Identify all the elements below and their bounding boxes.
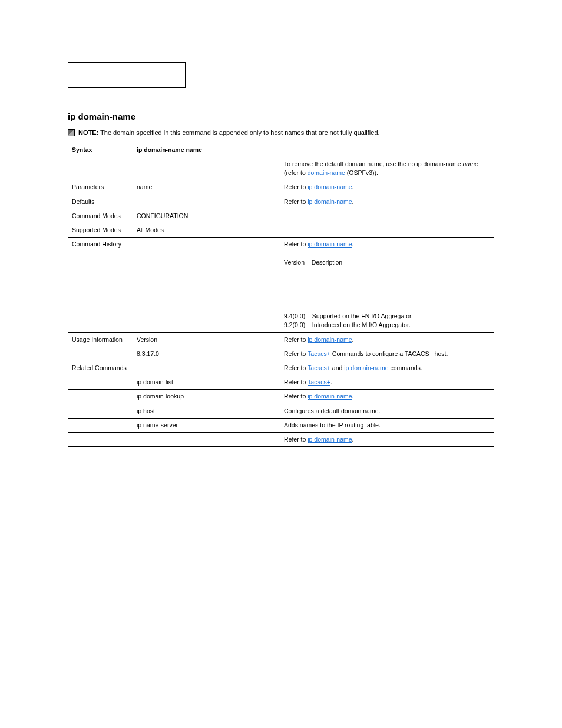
cell: Refer to ip domain-name. <box>280 332 494 347</box>
top-stub-table <box>68 62 186 88</box>
cell <box>68 347 133 361</box>
table-row: Refer to ip domain-name. <box>68 433 494 447</box>
text: and <box>330 364 344 371</box>
text: name <box>463 160 478 167</box>
table-row: Syntax ip domain-name name <box>68 143 494 157</box>
text: . <box>352 241 354 248</box>
header-cell: ip domain-name name <box>133 143 280 157</box>
cell: Supported Modes <box>68 223 133 238</box>
cell: Command Modes <box>68 209 133 223</box>
cross-ref-link[interactable]: Tacacs+ <box>308 350 330 357</box>
table-row: Related CommandsRefer to Tacacs+ and ip … <box>68 361 494 375</box>
table-row: 8.3.17.0Refer to Tacacs+ Commands to con… <box>68 347 494 361</box>
cell: Refer to Tacacs+ Commands to configure a… <box>280 347 494 361</box>
text: . <box>352 198 354 205</box>
cell <box>280 223 494 238</box>
cross-ref-link[interactable]: ip domain-name <box>308 198 352 205</box>
table-body: To remove the default domain name, use t… <box>68 157 494 447</box>
cell <box>68 63 81 75</box>
text: . <box>330 378 332 386</box>
cell: ip host <box>133 404 280 418</box>
cross-ref-link[interactable]: Tacacs+ <box>308 378 330 386</box>
note-body: The domain specified in this command is … <box>100 129 380 136</box>
text: Refer to <box>284 436 308 443</box>
text: Refer to <box>284 183 308 190</box>
cell: Refer to ip domain-name. <box>280 195 494 209</box>
text: Commands to configure a TACACS+ host. <box>330 350 448 357</box>
text: Refer to <box>284 336 308 343</box>
cross-ref-link[interactable]: ip domain-name <box>344 364 388 371</box>
cell: name <box>133 180 280 195</box>
text: Refer to <box>284 364 308 371</box>
table-row: DefaultsRefer to ip domain-name. <box>68 195 494 209</box>
table-row: ip hostConfigures a default domain name. <box>68 404 494 418</box>
text: . <box>352 183 354 190</box>
cell: 8.3.17.0 <box>133 347 280 361</box>
cell: Refer to ip domain-name. <box>280 180 494 195</box>
cell: Configures a default domain name. <box>280 404 494 418</box>
section-heading: ip domain-name <box>68 111 494 123</box>
table-row: Command HistoryRefer to ip domain-name. … <box>68 238 494 332</box>
cross-ref-link[interactable]: ip domain-name <box>308 183 352 190</box>
note-text: NOTE: The domain specified in this comma… <box>78 129 380 137</box>
cell <box>133 157 280 180</box>
cell: All Modes <box>133 223 280 238</box>
divider <box>68 95 494 95</box>
extra-block: Version Description 9.4(0.0) Supported o… <box>284 249 490 330</box>
cell <box>133 433 280 447</box>
cell: Command History <box>68 238 133 332</box>
table-row: Usage InformationVersionRefer to ip doma… <box>68 332 494 347</box>
cross-ref-link[interactable]: ip domain-name <box>308 336 352 343</box>
cell <box>68 404 133 418</box>
cell <box>68 157 133 180</box>
cell: Defaults <box>68 195 133 209</box>
cell <box>81 63 186 75</box>
table-row: ip domain-lookupRefer to ip domain-name. <box>68 390 494 404</box>
cell: Refer to ip domain-name. <box>280 390 494 404</box>
cell: Refer to ip domain-name. Version Descrip… <box>280 238 494 332</box>
cell <box>68 418 133 432</box>
cell <box>133 361 280 375</box>
header-cell <box>280 143 494 157</box>
text: . <box>352 336 354 343</box>
text: . <box>352 436 354 443</box>
table-row: ip domain-listRefer to Tacacs+. <box>68 375 494 390</box>
cell <box>133 195 280 209</box>
cross-ref-link[interactable]: Tacacs+ <box>308 364 330 371</box>
table-row: Supported ModesAll Modes <box>68 223 494 238</box>
cell: Usage Information <box>68 332 133 347</box>
cell: Version <box>133 332 280 347</box>
cell: Refer to Tacacs+ and ip domain-name comm… <box>280 361 494 375</box>
note-label: NOTE: <box>78 129 98 136</box>
table-row: Command ModesCONFIGURATION <box>68 209 494 223</box>
cell: To remove the default domain name, use t… <box>280 157 494 180</box>
table-row <box>68 63 186 75</box>
text: . <box>352 393 354 400</box>
cell <box>133 238 280 332</box>
cell: Refer to ip domain-name. <box>280 433 494 447</box>
cross-ref-link[interactable]: domain-name <box>308 169 345 176</box>
main-table: Syntax ip domain-name name To remove the… <box>68 143 494 447</box>
cross-ref-link[interactable]: ip domain-name <box>308 436 352 443</box>
cell <box>68 375 133 390</box>
cell: Adds names to the IP routing table. <box>280 418 494 432</box>
cell: ip domain-lookup <box>133 390 280 404</box>
cross-ref-link[interactable]: ip domain-name <box>308 393 352 400</box>
table-head: Syntax ip domain-name name <box>68 143 494 157</box>
text: Refer to <box>284 198 308 205</box>
text: Refer to <box>284 378 308 386</box>
cell: ip domain-list <box>133 375 280 390</box>
note-icon <box>68 129 75 136</box>
table-row: ip name-serverAdds names to the IP routi… <box>68 418 494 432</box>
cell: Refer to Tacacs+. <box>280 375 494 390</box>
divider <box>68 447 494 447</box>
text: Refer to <box>284 350 308 357</box>
table-row: ParametersnameRefer to ip domain-name. <box>68 180 494 195</box>
text: (refer to <box>284 169 308 176</box>
text: Refer to <box>284 241 308 248</box>
cell <box>280 209 494 223</box>
table-row <box>68 75 186 88</box>
cross-ref-link[interactable]: ip domain-name <box>308 241 352 248</box>
cell: Parameters <box>68 180 133 195</box>
cell: Related Commands <box>68 361 133 375</box>
